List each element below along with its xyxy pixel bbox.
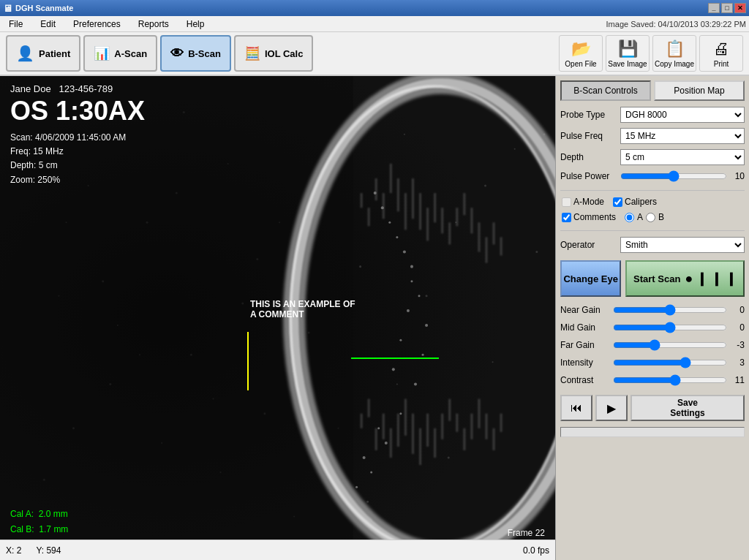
panel-scrollbar[interactable] bbox=[560, 427, 745, 437]
play-icon: ▶ bbox=[607, 401, 616, 415]
save-settings-button[interactable]: Save Settings bbox=[631, 395, 745, 421]
svg-point-27 bbox=[484, 185, 486, 187]
operator-row: Operator SmithJonesBrown bbox=[560, 237, 745, 253]
copy-image-button[interactable]: 📋 Copy Image bbox=[652, 35, 696, 72]
depth-select[interactable]: 5 cm3 cm4 cm6 cm bbox=[620, 149, 745, 165]
svg-point-51 bbox=[422, 354, 424, 356]
intensity-row: Intensity 3 bbox=[560, 357, 745, 368]
title-bar: 🖥 DGH Scanmate _ □ ✕ bbox=[0, 0, 749, 16]
bscan-button[interactable]: 👁 B-Scan bbox=[160, 35, 231, 72]
svg-rect-102 bbox=[478, 399, 480, 428]
operator-label: Operator bbox=[560, 240, 620, 250]
depth-label: Depth bbox=[560, 152, 620, 162]
app-icon: 🖥 bbox=[3, 3, 12, 14]
rewind-button[interactable]: ⏮ bbox=[560, 395, 592, 421]
title-bar-left: 🖥 DGH Scanmate bbox=[3, 3, 73, 14]
contrast-slider[interactable] bbox=[613, 374, 727, 386]
contrast-label: Contrast bbox=[560, 375, 613, 385]
menu-file[interactable]: File bbox=[3, 18, 29, 31]
svg-rect-79 bbox=[456, 208, 458, 226]
checkbox-row: A-Mode Calipers bbox=[560, 197, 745, 207]
frame-info: Frame 22 bbox=[508, 528, 545, 538]
svg-point-57 bbox=[388, 222, 391, 224]
svg-rect-77 bbox=[441, 208, 443, 233]
mid-gain-value: 0 bbox=[727, 322, 745, 333]
folder-icon: 📂 bbox=[571, 39, 591, 58]
svg-rect-96 bbox=[434, 428, 436, 458]
far-gain-slider[interactable] bbox=[613, 339, 727, 351]
svg-rect-71 bbox=[397, 178, 399, 211]
start-scan-button[interactable]: Start Scan ● ❙ ❙ ❙ bbox=[625, 260, 745, 297]
svg-point-23 bbox=[366, 501, 369, 503]
scan-view[interactable]: Jane Doe 123-456-789 OS 1:30AX Scan: 4/0… bbox=[0, 76, 555, 560]
minimize-button[interactable]: _ bbox=[708, 3, 720, 13]
svg-rect-68 bbox=[375, 178, 377, 200]
menu-preferences[interactable]: Preferences bbox=[67, 18, 127, 31]
copy-icon: 📋 bbox=[665, 39, 685, 58]
iolcalc-icon: 🧮 bbox=[244, 45, 260, 61]
svg-point-64 bbox=[363, 456, 366, 459]
probe-type-label: Probe Type bbox=[560, 110, 620, 120]
ascan-button[interactable]: 📊 A-Scan bbox=[83, 35, 157, 72]
svg-point-48 bbox=[410, 265, 413, 268]
svg-point-41 bbox=[535, 251, 538, 253]
near-gain-slider[interactable] bbox=[613, 304, 727, 316]
x-coord-label: X: 2 bbox=[6, 545, 21, 556]
mid-gain-label: Mid Gain bbox=[560, 322, 613, 333]
svg-point-47 bbox=[396, 236, 398, 238]
menu-help[interactable]: Help bbox=[181, 18, 211, 31]
probe-type-select[interactable]: DGH 8000DGH 5100DGH 4000 bbox=[620, 107, 745, 123]
amode-checkbox[interactable] bbox=[562, 197, 571, 207]
save-image-button[interactable]: 💾 Save Image bbox=[606, 35, 650, 72]
iolcalc-button[interactable]: 🧮 IOL Calc bbox=[234, 35, 314, 72]
intensity-value: 3 bbox=[727, 357, 745, 368]
svg-rect-94 bbox=[419, 428, 421, 465]
svg-rect-73 bbox=[412, 178, 414, 219]
maximize-button[interactable]: □ bbox=[721, 3, 733, 13]
divider-1 bbox=[560, 190, 745, 191]
fps-info: 0.0 fps bbox=[523, 545, 549, 556]
caliper-vertical bbox=[247, 332, 249, 390]
close-button[interactable]: ✕ bbox=[734, 3, 746, 13]
contrast-value: 11 bbox=[727, 375, 745, 385]
svg-point-55 bbox=[370, 472, 372, 474]
calipers-checkbox[interactable] bbox=[613, 197, 622, 207]
pulse-power-slider[interactable] bbox=[620, 170, 727, 182]
change-eye-button[interactable]: Change Eye bbox=[560, 260, 621, 297]
intensity-slider[interactable] bbox=[613, 357, 727, 368]
caliper-horizontal bbox=[351, 357, 439, 359]
position-map-tab[interactable]: Position Map bbox=[654, 80, 745, 101]
svg-rect-82 bbox=[478, 222, 480, 251]
pulse-freq-row: Pulse Freq 15 MHz10 MHz20 MHz bbox=[560, 128, 745, 144]
pulse-power-row: Pulse Power 10 bbox=[560, 170, 745, 182]
svg-rect-97 bbox=[441, 414, 443, 439]
svg-rect-100 bbox=[463, 428, 465, 450]
ab-radio-group: A B bbox=[625, 212, 664, 222]
open-file-button[interactable]: 📂 Open File bbox=[559, 35, 603, 72]
play-button[interactable]: ▶ bbox=[595, 395, 628, 421]
svg-point-52 bbox=[414, 382, 417, 385]
comments-checkbox[interactable] bbox=[562, 213, 571, 222]
bscan-controls-tab[interactable]: B-Scan Controls bbox=[560, 80, 651, 101]
pulse-freq-select[interactable]: 15 MHz10 MHz20 MHz bbox=[620, 128, 745, 144]
svg-rect-103 bbox=[485, 414, 487, 439]
mid-gain-slider[interactable] bbox=[613, 322, 727, 333]
svg-rect-75 bbox=[426, 208, 429, 241]
svg-point-61 bbox=[399, 339, 402, 341]
print-button[interactable]: 🖨 Print bbox=[699, 35, 743, 72]
calipers-checkbox-item: Calipers bbox=[613, 197, 657, 207]
svg-point-25 bbox=[426, 295, 428, 297]
menu-edit[interactable]: Edit bbox=[34, 18, 61, 31]
radio-b[interactable] bbox=[646, 213, 655, 222]
save-icon: 💾 bbox=[618, 39, 638, 58]
patient-button[interactable]: 👤 Patient bbox=[6, 35, 80, 72]
svg-rect-70 bbox=[390, 164, 392, 193]
operator-select[interactable]: SmithJonesBrown bbox=[620, 237, 745, 253]
menu-reports[interactable]: Reports bbox=[132, 18, 175, 31]
svg-rect-67 bbox=[368, 208, 370, 226]
svg-point-53 bbox=[399, 412, 402, 415]
radio-a[interactable] bbox=[625, 213, 634, 222]
amode-label: A-Mode bbox=[573, 197, 604, 207]
svg-point-40 bbox=[492, 361, 494, 363]
svg-rect-91 bbox=[397, 414, 399, 447]
